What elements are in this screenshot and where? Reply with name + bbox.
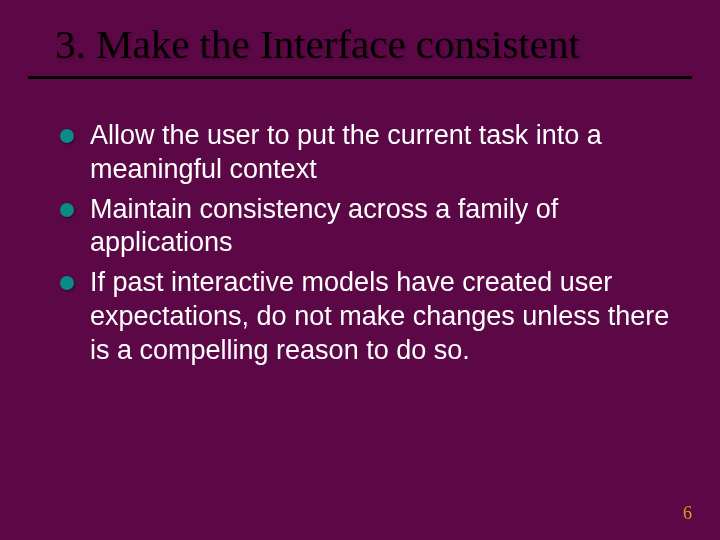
bullet-item: Allow the user to put the current task i…: [60, 119, 670, 187]
page-number: 6: [683, 503, 692, 524]
bullet-dot-icon: [60, 276, 74, 290]
slide-title: 3. Make the Interface consistent: [0, 0, 720, 76]
slide: 3. Make the Interface consistent Allow t…: [0, 0, 720, 540]
bullet-text: If past interactive models have created …: [90, 266, 670, 367]
bullet-item: Maintain consistency across a family of …: [60, 193, 670, 261]
bullet-item: If past interactive models have created …: [60, 266, 670, 367]
slide-body: Allow the user to put the current task i…: [0, 79, 720, 367]
bullet-dot-icon: [60, 129, 74, 143]
bullet-text: Allow the user to put the current task i…: [90, 119, 670, 187]
bullet-dot-icon: [60, 203, 74, 217]
bullet-text: Maintain consistency across a family of …: [90, 193, 670, 261]
